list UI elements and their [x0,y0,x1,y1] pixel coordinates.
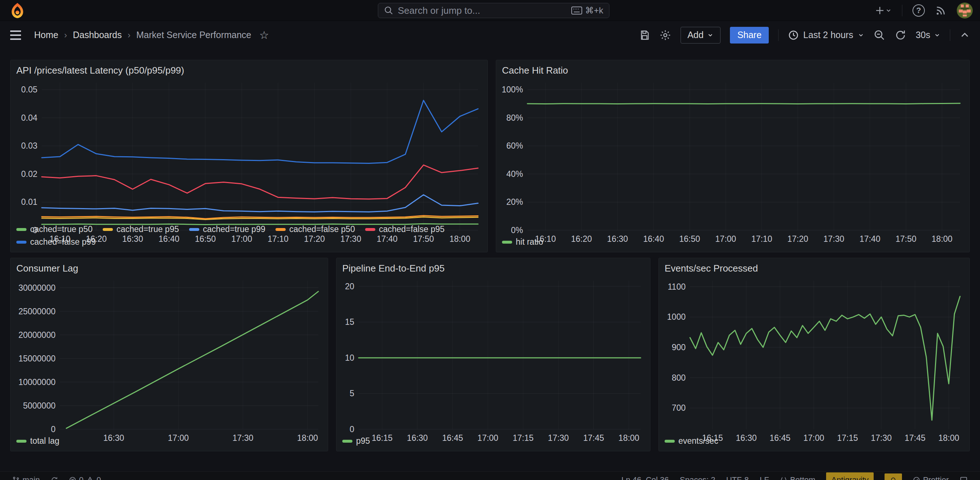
dashboard-settings-button[interactable] [660,29,671,41]
indentation-item[interactable]: Spaces: 2 [680,475,715,480]
svg-text:5000000: 5000000 [23,401,56,410]
events-per-sec-chart[interactable]: 16:1516:3016:4517:0017:1517:3017:4518:00… [663,277,965,434]
chevron-down-icon [707,32,714,38]
legend-item[interactable]: events/sec [665,436,718,446]
panel-events-per-sec: Events/sec Processed 16:1516:3016:4517:0… [659,258,970,451]
panel-title[interactable]: Events/sec Processed [659,258,969,277]
divider [902,5,902,16]
zoom-out-time-button[interactable] [873,29,885,41]
time-range-label: Last 2 hours [803,30,853,40]
api-latency-chart[interactable]: 16:1016:2016:3016:4016:5017:0017:1017:20… [15,79,483,222]
svg-text:1000: 1000 [667,312,686,322]
panel-title[interactable]: Pipeline End-to-End p95 [336,258,650,277]
svg-text:60%: 60% [506,141,523,150]
chevron-down-icon [934,32,940,38]
legend-item[interactable]: cached=true p95 [103,224,179,234]
git-branch-label: main [22,475,40,480]
collapse-toolbar-button[interactable] [960,30,970,40]
grafana-logo[interactable] [10,2,25,19]
consumer-lag-legend: total lag [11,434,328,451]
antigravity-badge[interactable]: Antigravity [826,472,873,480]
git-branch-item[interactable]: main [12,475,40,480]
favorite-star-icon[interactable]: ☆ [259,30,269,41]
legend-label: hit ratio [516,237,543,247]
legend-swatch [103,228,113,231]
eol-item[interactable]: LF [760,475,769,480]
breadcrumb-dashboards[interactable]: Dashboards [73,30,122,40]
problems-item[interactable]: 0 0 [69,475,101,480]
layout-icon[interactable] [960,476,968,480]
menu-button[interactable] [10,30,21,40]
svg-text:700: 700 [672,403,686,413]
legend-label: cached=false p95 [379,224,445,234]
svg-text:15: 15 [345,317,354,326]
nav-right-actions: ? [874,0,973,21]
refresh-interval-picker[interactable]: 30s [916,30,940,40]
editor-status-bar: main 0 0 Ln 46, Col 36 Spaces: 2 UTF-8 L… [0,471,980,480]
legend-label: events/sec [678,436,718,446]
legend-item[interactable]: cached=false p95 [365,224,445,234]
add-button-label: Add [687,30,703,40]
chart-canvas[interactable]: 16:1516:3016:4517:0017:1517:3017:4518:00… [341,277,646,444]
consumer-lag-chart[interactable]: 16:3017:0017:3018:0005000000100000001500… [15,277,323,434]
svg-text:15000000: 15000000 [19,354,56,363]
legend-item[interactable]: cached=false p50 [275,224,355,234]
refresh-button[interactable] [895,29,906,41]
svg-text:20%: 20% [506,197,523,207]
help-button[interactable]: ? [913,4,925,17]
panel-position-label: Bottom [790,475,816,480]
chart-canvas[interactable]: 16:1516:3016:4517:0017:1517:3017:4518:00… [663,277,965,444]
chevron-up-icon [960,30,970,40]
cache-hit-ratio-chart[interactable]: 16:1016:2016:3016:4016:5017:0017:1017:20… [501,79,965,235]
breadcrumb-home[interactable]: Home [34,30,59,40]
chart-canvas[interactable]: 16:1016:2016:3016:4016:5017:0017:1017:20… [15,79,483,245]
svg-text:0%: 0% [511,225,523,235]
profile-button[interactable] [957,3,973,19]
warning-icon [86,476,94,480]
breadcrumb: Home › Dashboards › Market Service Perfo… [34,30,251,40]
save-dashboard-button[interactable] [639,30,650,41]
panel-title[interactable]: Cache Hit Ratio [496,60,969,79]
legend-item[interactable]: cached=false p99 [16,237,96,247]
time-range-picker[interactable]: Last 2 hours [788,30,864,41]
search-shortcut: ⌘+k [571,5,603,16]
svg-text:0.05: 0.05 [21,85,37,94]
panel-title[interactable]: API /prices/latest Latency (p50/p95/p99) [11,60,487,79]
legend-label: cached=true p99 [203,224,265,234]
add-button[interactable]: Add [681,27,721,43]
save-icon [639,30,650,41]
panel-pipeline-p95: Pipeline End-to-End p95 16:1516:3016:451… [336,258,651,451]
legend-item[interactable]: cached=true p50 [16,224,92,234]
legend-item[interactable]: cached=true p99 [189,224,265,234]
sync-item[interactable] [51,476,58,480]
search-input[interactable] [398,5,567,16]
legend-label: cached=false p50 [289,224,355,234]
notification-badge[interactable] [885,474,902,480]
search-shortcut-label: ⌘+k [585,5,603,16]
formatter-item[interactable]: Prettier [913,475,949,480]
legend-label: cached=false p99 [30,237,96,247]
panel-title[interactable]: Consumer Lag [11,258,328,277]
refresh-interval-label: 30s [916,30,930,40]
chart-canvas[interactable]: 16:3017:0017:3018:0005000000100000001500… [15,277,323,444]
error-icon [69,476,76,480]
panel-position-item[interactable]: Bottom [780,475,816,480]
encoding-item[interactable]: UTF-8 [726,475,749,480]
cursor-position-item[interactable]: Ln 46, Col 36 [621,475,669,480]
svg-text:0.04: 0.04 [21,113,37,122]
legend-item[interactable]: p95 [342,436,370,446]
new-button[interactable] [874,5,892,16]
breadcrumb-current-dashboard[interactable]: Market Service Performance [137,30,251,40]
chart-canvas[interactable]: 16:1016:2016:3016:4016:5017:0017:1017:20… [501,79,965,245]
legend-item[interactable]: hit ratio [502,237,543,247]
svg-text:10: 10 [345,353,354,363]
error-count: 0 [79,475,83,480]
warning-count: 0 [97,475,101,480]
pipeline-p95-chart[interactable]: 16:1516:3016:4517:0017:1517:3017:4518:00… [341,277,646,434]
share-button[interactable]: Share [730,27,769,43]
svg-text:40%: 40% [506,169,523,179]
top-nav-bar: ⌘+k ? [0,0,980,21]
legend-item[interactable]: total lag [16,436,59,446]
search-bar[interactable]: ⌘+k [378,3,609,18]
news-button[interactable] [935,5,947,16]
